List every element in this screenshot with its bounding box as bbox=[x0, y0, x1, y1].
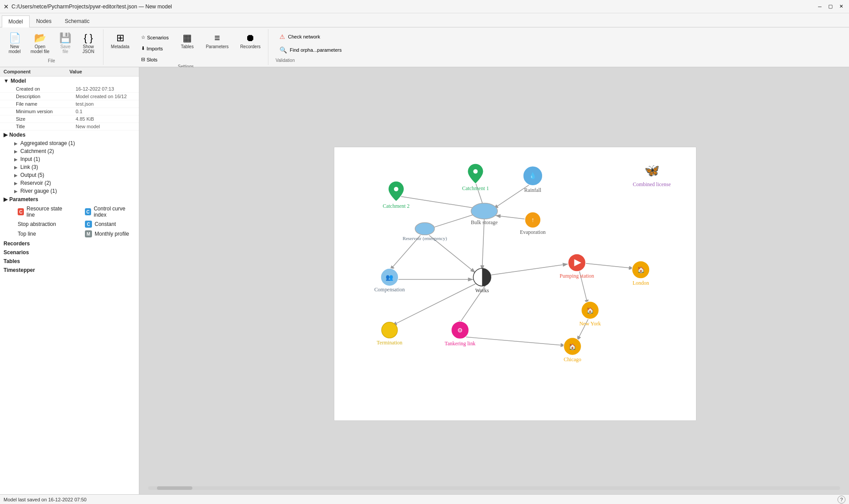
param-top-line[interactable]: Top line bbox=[4, 229, 70, 238]
param-label-resource-state: Resource state line bbox=[27, 206, 66, 218]
model-label: Model bbox=[11, 78, 26, 84]
svg-text:⚙: ⚙ bbox=[457, 327, 463, 334]
svg-point-29 bbox=[415, 222, 435, 235]
node-group-input[interactable]: ▶ Input (1) bbox=[0, 155, 139, 163]
main-content: Component Value ▼ Model Created on 16-12… bbox=[0, 67, 849, 494]
svg-text:Pumping station: Pumping station bbox=[560, 273, 594, 279]
tables-header[interactable]: Tables bbox=[0, 257, 139, 266]
param-label-monthly-profile: Monthly profile bbox=[95, 231, 129, 237]
svg-text:🏠: 🏠 bbox=[569, 343, 577, 351]
prop-title: Title New model bbox=[0, 123, 139, 130]
find-orphan-button[interactable]: 🔍 Find orpha...parameters bbox=[275, 45, 345, 55]
param-constant[interactable]: C Constant bbox=[71, 220, 137, 229]
metadata-button[interactable]: ⊞ Metadata bbox=[107, 31, 134, 51]
param-control-curve[interactable]: C Control curve index bbox=[71, 205, 137, 219]
node-tankering: ⚙ Tankering link bbox=[444, 321, 475, 347]
prop-created-on: Created on 16-12-2022 07:13 bbox=[0, 85, 139, 93]
nodes-section-header[interactable]: ▶ Nodes bbox=[0, 130, 139, 139]
node-catchment2: Catchment 2 bbox=[382, 181, 409, 209]
window-controls: ─ ▢ ✕ bbox=[815, 2, 845, 11]
prop-size: Size 4.85 KiB bbox=[0, 115, 139, 123]
node-group-catchment[interactable]: ▶ Catchment (2) bbox=[0, 147, 139, 155]
metadata-icon: ⊞ bbox=[116, 33, 124, 43]
svg-text:Rainfall: Rainfall bbox=[524, 187, 542, 193]
timestepper-header[interactable]: Timestepper bbox=[0, 266, 139, 275]
open-model-button[interactable]: 📂 Openmodel file bbox=[27, 31, 54, 56]
svg-text:Tankering link: Tankering link bbox=[444, 340, 475, 347]
network-canvas[interactable]: Catchment 1 Catchment 2 💧 Rainfall bbox=[334, 147, 696, 421]
tab-nodes[interactable]: Nodes bbox=[30, 15, 58, 27]
imports-icon: ⬇ bbox=[141, 46, 145, 51]
horizontal-scrollbar[interactable] bbox=[148, 486, 840, 490]
node-group-output[interactable]: ▶ Output (5) bbox=[0, 171, 139, 179]
reservoir-arrow: ▶ bbox=[14, 181, 20, 186]
svg-text:↑: ↑ bbox=[531, 216, 534, 223]
param-label-stop-abstraction: Stop abstraction bbox=[18, 221, 56, 227]
recorders-label: Recorders bbox=[4, 241, 30, 247]
new-model-button[interactable]: 📄 Newmodel bbox=[4, 31, 26, 56]
tab-schematic[interactable]: Schematic bbox=[58, 15, 96, 27]
node-group-aggregated[interactable]: ▶ Aggregated storage (1) bbox=[0, 139, 139, 147]
scrollbar-thumb[interactable] bbox=[157, 486, 192, 490]
parameters-section-header[interactable]: ▶ Parameters bbox=[0, 195, 139, 204]
scenarios-button[interactable]: ☆ Scenarios bbox=[137, 33, 173, 42]
param-icon-resource-state: C bbox=[18, 208, 24, 215]
save-file-button[interactable]: 💾 Savefile bbox=[54, 31, 76, 56]
param-label-control-curve: Control curve index bbox=[94, 206, 134, 218]
param-resource-state[interactable]: C Resource state line bbox=[4, 205, 70, 219]
check-network-button[interactable]: ⚠ Check network bbox=[275, 31, 345, 42]
save-file-label: Savefile bbox=[60, 44, 70, 54]
parameters-label: Parameters bbox=[206, 44, 229, 49]
new-model-label: Newmodel bbox=[8, 44, 20, 54]
svg-text:Combined license: Combined license bbox=[633, 181, 671, 187]
tables-button[interactable]: ▦ Tables bbox=[176, 31, 198, 51]
tables-label: Tables bbox=[181, 44, 194, 49]
imports-button[interactable]: ⬇ Imports bbox=[137, 44, 173, 53]
svg-text:🏠: 🏠 bbox=[637, 266, 645, 274]
toolbar: 📄 Newmodel 📂 Openmodel file 💾 Savefile {… bbox=[0, 27, 849, 67]
recorders-header[interactable]: Recorders bbox=[0, 239, 139, 248]
node-group-river-gauge[interactable]: ▶ River gauge (1) bbox=[0, 187, 139, 195]
show-json-button[interactable]: { } ShowJSON bbox=[77, 31, 99, 56]
node-group-reservoir[interactable]: ▶ Reservoir (2) bbox=[0, 179, 139, 187]
model-section-header[interactable]: ▼ Model bbox=[0, 76, 139, 85]
tab-model[interactable]: Model bbox=[2, 15, 30, 27]
svg-point-17 bbox=[473, 169, 478, 174]
help-icon[interactable]: ? bbox=[838, 496, 845, 504]
nodes-arrow: ▶ bbox=[4, 132, 8, 138]
svg-text:Compensation: Compensation bbox=[374, 286, 405, 293]
param-icon-control-curve: C bbox=[85, 208, 91, 215]
status-text: Model last saved on 16-12-2022 07:50 bbox=[4, 497, 87, 502]
statusbar: Model last saved on 16-12-2022 07:50 ? bbox=[0, 494, 849, 504]
param-monthly-profile[interactable]: M Monthly profile bbox=[71, 229, 137, 238]
metadata-label: Metadata bbox=[111, 44, 130, 49]
svg-text:Catchment 1: Catchment 1 bbox=[462, 185, 489, 191]
svg-text:Bulk storage: Bulk storage bbox=[471, 219, 498, 225]
node-group-link[interactable]: ▶ Link (3) bbox=[0, 163, 139, 171]
parameters-button[interactable]: ≡ Parameters bbox=[202, 31, 233, 51]
titlebar: ✕ C:/Users/netce/PycharmProjects/pywr-ed… bbox=[0, 0, 849, 13]
recorders-button[interactable]: ⏺ Recorders bbox=[236, 31, 264, 51]
maximize-button[interactable]: ▢ bbox=[826, 2, 835, 11]
check-network-icon: ⚠ bbox=[279, 33, 285, 40]
svg-text:Reservoir (emergency): Reservoir (emergency) bbox=[402, 236, 447, 241]
parameters-tree-arrow: ▶ bbox=[4, 196, 8, 202]
node-combined-license: 🦋 Combined license bbox=[633, 163, 671, 187]
scenarios-label: Scenarios bbox=[4, 249, 29, 256]
node-compensation: 👥 Compensation bbox=[374, 268, 405, 293]
param-label-top-line: Top line bbox=[18, 231, 36, 237]
prop-filename: File name test.json bbox=[0, 100, 139, 108]
minimize-button[interactable]: ─ bbox=[815, 2, 824, 11]
output-arrow: ▶ bbox=[14, 173, 20, 178]
canvas-area[interactable]: Catchment 1 Catchment 2 💧 Rainfall bbox=[139, 67, 849, 494]
slots-button[interactable]: ⊟ Slots bbox=[137, 55, 173, 64]
svg-text:New York: New York bbox=[579, 321, 601, 327]
tables-icon: ▦ bbox=[183, 33, 192, 43]
prop-min-version: Minimum version 0.1 bbox=[0, 108, 139, 115]
nodes-label: Nodes bbox=[9, 132, 26, 138]
param-stop-abstraction[interactable]: Stop abstraction bbox=[4, 220, 70, 229]
scenarios-header[interactable]: Scenarios bbox=[0, 248, 139, 257]
save-file-icon: 💾 bbox=[59, 33, 71, 43]
svg-text:👥: 👥 bbox=[386, 274, 394, 281]
close-button[interactable]: ✕ bbox=[837, 2, 845, 11]
